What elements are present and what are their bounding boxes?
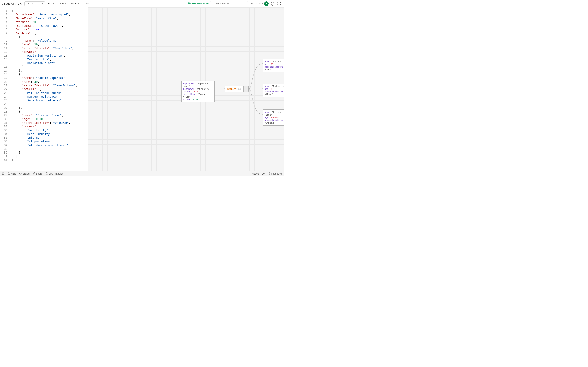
gear-icon xyxy=(271,2,274,6)
live-transform-button[interactable]: Live Transform xyxy=(45,172,65,175)
nodes-count: Nodes: 19 xyxy=(252,172,265,175)
code-content[interactable]: { "squadName": "Super hero squad", "home… xyxy=(9,7,87,171)
code-editor[interactable]: 1234567891011121314151617181920212223242… xyxy=(0,7,88,171)
download-icon xyxy=(250,2,254,6)
graph-array-node[interactable]: members(3) xyxy=(225,86,249,92)
fullscreen-icon xyxy=(277,2,281,6)
live-label: Live Transform xyxy=(49,172,65,175)
panel-icon xyxy=(2,172,5,175)
expand-link-button[interactable] xyxy=(243,86,249,92)
gift-icon xyxy=(188,2,191,5)
chevron-down-icon xyxy=(262,3,263,4)
cloud-icon xyxy=(19,172,22,175)
share-button[interactable]: Share xyxy=(33,172,43,175)
logo-text-a: JSON xyxy=(2,2,10,5)
refresh-icon xyxy=(45,172,48,175)
check-circle-icon xyxy=(8,172,10,175)
svg-point-2 xyxy=(212,3,214,4)
format-select[interactable]: JSON xyxy=(25,1,45,6)
graph-canvas[interactable]: squadName: "Super hero squad"homeTown: "… xyxy=(88,7,284,171)
status-saved: Saved xyxy=(19,172,30,175)
zoom-control[interactable]: 71% xyxy=(256,2,263,5)
svg-point-3 xyxy=(272,3,273,4)
share-label: Share xyxy=(36,172,43,175)
header: JSON CRACK JSON File View Tools Cloud Ge… xyxy=(0,0,284,7)
search-input[interactable] xyxy=(216,2,246,5)
format-select-wrap: JSON xyxy=(25,1,45,6)
footer: Valid Saved Share Live Transform Nodes: … xyxy=(0,171,284,176)
svg-rect-4 xyxy=(2,173,4,175)
menu-tools-label: Tools xyxy=(71,2,77,5)
nodes-label: Nodes: xyxy=(252,172,260,175)
editor-scrollbar[interactable] xyxy=(86,7,86,171)
nodes-value: 19 xyxy=(262,172,265,175)
menu-cloud-label: Cloud xyxy=(84,2,90,5)
download-button[interactable] xyxy=(250,1,255,6)
svg-point-5 xyxy=(8,173,10,175)
logo: JSON CRACK xyxy=(2,2,22,5)
search-box[interactable] xyxy=(210,1,248,6)
menu-cloud[interactable]: Cloud xyxy=(82,1,92,6)
search-icon xyxy=(212,2,215,5)
logo-text-b: CRACK xyxy=(11,2,22,5)
line-gutter: 1234567891011121314151617181920212223242… xyxy=(0,7,9,171)
link-icon xyxy=(33,172,35,175)
graph-object-node[interactable]: name: "Madame Uppercut"age: 39secretIden… xyxy=(263,83,284,97)
valid-label: Valid xyxy=(11,172,16,175)
feedback-label: Feedback xyxy=(271,172,282,175)
zoom-label: 71% xyxy=(256,2,261,5)
get-premium-button[interactable]: Get Premium xyxy=(188,2,209,5)
menu-view[interactable]: View xyxy=(57,1,68,6)
megaphone-icon xyxy=(268,172,270,175)
fullscreen-button[interactable] xyxy=(277,1,282,6)
settings-button[interactable] xyxy=(270,1,275,6)
toggle-sidebar-button[interactable] xyxy=(2,172,5,175)
premium-label: Get Premium xyxy=(192,2,209,5)
chevron-down-icon xyxy=(53,3,54,4)
graph-object-node[interactable]: name: "Molecule Man"age: 29secretIdentit… xyxy=(263,59,284,72)
menu-view-label: View xyxy=(59,2,64,5)
avatar[interactable]: JC xyxy=(264,1,269,6)
graph-object-node[interactable]: name: "Eternal Flame"age: 1000000secretI… xyxy=(263,109,284,125)
menu-tools[interactable]: Tools xyxy=(69,1,81,6)
chevron-down-icon xyxy=(78,3,79,4)
feedback-button[interactable]: Feedback xyxy=(268,172,282,175)
status-valid: Valid xyxy=(8,172,16,175)
main: 1234567891011121314151617181920212223242… xyxy=(0,7,284,171)
saved-label: Saved xyxy=(23,172,30,175)
menu-file-label: File xyxy=(48,2,52,5)
menu-file[interactable]: File xyxy=(46,1,56,6)
chevron-down-icon xyxy=(65,3,66,4)
graph-object-node[interactable]: squadName: "Super hero squad"homeTown: "… xyxy=(181,81,215,102)
